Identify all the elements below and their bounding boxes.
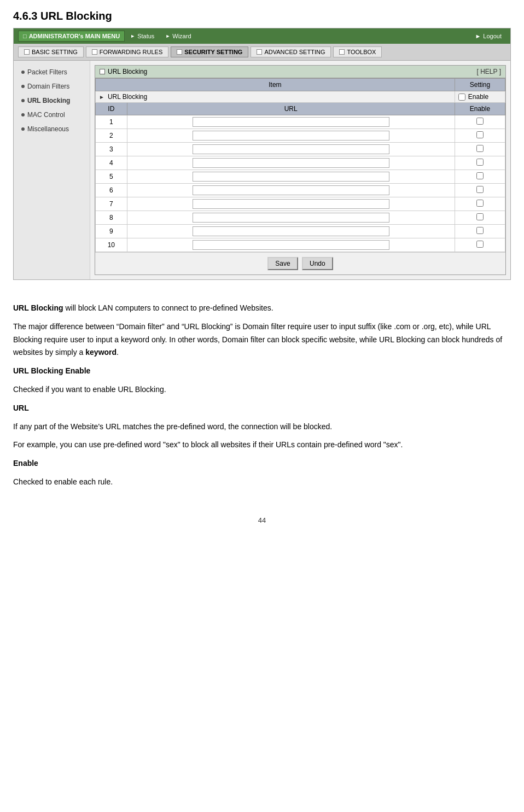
url-blocking-enable-row: ► URL Blocking Enable [96,91,505,103]
url-blocking-enable-checkbox[interactable] [458,94,465,101]
row-id-4: 4 [96,156,127,170]
enable-checkbox-8[interactable] [476,213,484,220]
enable-checkbox-5[interactable] [476,172,484,179]
panel-title-area: URL Blocking [100,68,147,75]
right-panel: URL Blocking [ HELP ] Item Setting [90,61,510,279]
router-ui: □ ADMINISTRATOR's MAIN MENU ► Status ► W… [13,28,511,280]
row-url-1 [127,115,455,129]
row-url-6 [127,184,455,197]
url-input-6[interactable] [193,185,389,195]
row-enable-7 [455,197,505,211]
tab-forwarding-rules[interactable]: FORWARDING RULES [86,46,169,57]
main-menu-button[interactable]: □ ADMINISTRATOR's MAIN MENU [18,31,125,42]
tab-icon [24,49,30,55]
row-id-9: 9 [96,225,127,238]
row-url-4 [127,156,455,170]
row-enable-10 [455,238,505,252]
enable-row-item-cell: ► URL Blocking [96,91,455,103]
url-input-4[interactable] [193,158,389,168]
wizard-nav[interactable]: ► Wizard [160,31,196,41]
tab-icon [339,49,345,55]
button-row: Save Undo [95,252,505,274]
section2-text2: For example, you can use pre-defined wor… [13,439,511,452]
url-blocking-label: URL Blocking [108,93,147,101]
url-input-2[interactable] [193,131,389,141]
table-row: 7 [96,197,505,211]
tab-icon [92,49,97,55]
section3-title: Enable [13,457,511,470]
sidebar: Packet Filters Domain Filters URL Blocki… [14,61,90,279]
table-row: 4 [96,156,505,170]
section3-text: Checked to enable each rule. [13,476,511,489]
url-input-7[interactable] [193,199,389,209]
top-nav: □ ADMINISTRATOR's MAIN MENU ► Status ► W… [14,28,510,44]
section1-text: Checked if you want to enable URL Blocki… [13,383,511,396]
section2-title: URL [13,402,511,415]
enable-checkbox-10[interactable] [476,241,484,248]
bullet-icon [21,85,25,88]
tab-advanced-setting[interactable]: ADVANCED SETTING [251,46,331,57]
url-table-col-headers: ID URL Enable [96,103,505,115]
enable-row-setting-cell: Enable [455,91,505,103]
section1-title-text: URL Blocking Enable [13,366,90,375]
tab-toolbox[interactable]: TOOLBOX [333,46,382,57]
bullet-icon [21,99,25,102]
table-row: 8 [96,211,505,225]
sidebar-item-url-blocking[interactable]: URL Blocking [14,94,90,108]
inner-panel: URL Blocking [ HELP ] Item Setting [95,65,506,275]
tab-basic-setting[interactable]: BASIC SETTING [18,46,84,57]
url-blocking-bold: URL Blocking [13,303,63,312]
undo-button[interactable]: Undo [302,257,333,270]
section1-title: URL Blocking Enable [13,365,511,378]
enable-checkbox-9[interactable] [476,227,484,234]
menu-icon: □ [23,33,27,39]
row-id-1: 1 [96,115,127,129]
url-input-1[interactable] [193,117,389,127]
url-blocking-table: Item Setting ► URL Blocking [95,78,505,252]
help-link[interactable]: [ HELP ] [477,68,501,75]
url-input-8[interactable] [193,213,389,223]
enable-checkbox-7[interactable] [476,200,484,207]
col-item: Item [96,79,455,91]
page-number: 44 [0,505,524,530]
sidebar-item-mac-control[interactable]: MAC Control [14,108,90,122]
tab-bar: BASIC SETTING FORWARDING RULES SECURITY … [14,44,510,61]
enable-checkbox-1[interactable] [476,118,484,125]
row-arrow-icon: ► [99,94,104,100]
enable-checkbox-4[interactable] [476,159,484,166]
col-url-header: URL [127,103,455,115]
row-enable-2 [455,129,505,143]
save-button[interactable]: Save [267,257,298,270]
panel-title-text: URL Blocking [108,68,147,75]
url-input-10[interactable] [193,240,389,250]
row-enable-4 [455,156,505,170]
enable-checkbox-6[interactable] [476,186,484,193]
status-nav[interactable]: ► Status [125,31,160,41]
tab-icon [257,49,262,55]
bullet-icon [21,71,25,74]
intro-paragraph: URL Blocking will block LAN computers to… [13,302,511,315]
tab-security-setting[interactable]: SECURITY SETTING [171,46,248,57]
row-url-9 [127,225,455,238]
row-enable-9 [455,225,505,238]
row-url-2 [127,129,455,143]
row-enable-3 [455,143,505,156]
logout-button[interactable]: ► Logout [470,31,506,41]
bullet-icon [21,113,25,116]
url-input-9[interactable] [193,226,389,236]
url-input-5[interactable] [193,172,389,182]
row-enable-5 [455,170,505,184]
table-row: 5 [96,170,505,184]
enable-checkbox-3[interactable] [476,145,484,152]
row-id-8: 8 [96,211,127,225]
row-id-2: 2 [96,129,127,143]
wizard-arrow-icon: ► [165,33,170,39]
sidebar-item-domain-filters[interactable]: Domain Filters [14,79,90,94]
panel-header: URL Blocking [ HELP ] [95,66,505,78]
sidebar-item-packet-filters[interactable]: Packet Filters [14,65,90,79]
table-row: 1 [96,115,505,129]
row-url-7 [127,197,455,211]
sidebar-item-miscellaneous[interactable]: Miscellaneous [14,122,90,136]
enable-checkbox-2[interactable] [476,131,484,138]
url-input-3[interactable] [193,144,389,154]
